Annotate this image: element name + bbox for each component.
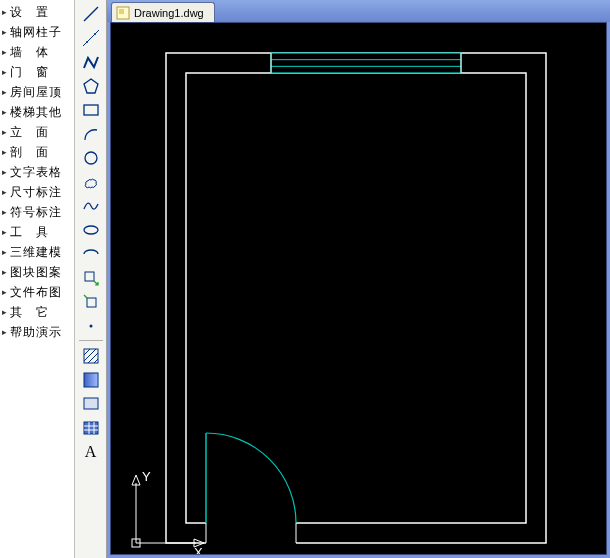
category-menu: ▸设 置 ▸轴网柱子 ▸墙 体 ▸门 窗 ▸房间屋顶 ▸楼梯其他 ▸立 面 ▸剖… (0, 0, 75, 558)
svg-line-1 (83, 30, 99, 46)
point-tool[interactable] (77, 314, 105, 337)
spline-tool[interactable] (77, 194, 105, 217)
menu-label: 墙 体 (10, 44, 49, 61)
menu-item-room-roof[interactable]: ▸房间屋顶 (0, 82, 74, 102)
table-tool[interactable] (77, 416, 105, 439)
menu-item-doors-windows[interactable]: ▸门 窗 (0, 62, 74, 82)
menu-label: 设 置 (10, 4, 49, 21)
svg-rect-16 (84, 373, 98, 387)
svg-point-2 (86, 41, 88, 43)
line-tool[interactable] (77, 2, 105, 25)
svg-point-6 (85, 152, 97, 164)
revision-cloud-tool[interactable] (77, 170, 105, 193)
dwg-file-icon (116, 6, 130, 20)
toolbar-separator (79, 340, 103, 341)
menu-label: 文件布图 (10, 284, 62, 301)
menu-item-stairs-other[interactable]: ▸楼梯其他 (0, 102, 74, 122)
floorplan-drawing: YX (111, 23, 607, 555)
svg-rect-32 (206, 522, 296, 544)
menu-label: 文字表格 (10, 164, 62, 181)
text-tool[interactable]: A (77, 440, 105, 463)
menu-label: 符号标注 (10, 204, 62, 221)
menu-item-axis-columns[interactable]: ▸轴网柱子 (0, 22, 74, 42)
svg-rect-27 (271, 53, 461, 73)
polyline-tool[interactable] (77, 50, 105, 73)
ellipse-tool[interactable] (77, 218, 105, 241)
menu-label: 其 它 (10, 304, 49, 321)
file-tab-drawing1[interactable]: Drawing1.dwg (111, 2, 215, 22)
menu-item-help[interactable]: ▸帮助演示 (0, 322, 74, 342)
document-tab-bar: Drawing1.dwg (107, 0, 610, 22)
menu-item-walls[interactable]: ▸墙 体 (0, 42, 74, 62)
svg-line-12 (84, 349, 90, 355)
svg-marker-4 (84, 79, 98, 93)
menu-label: 剖 面 (10, 144, 49, 161)
svg-line-15 (94, 359, 98, 363)
menu-item-elevation[interactable]: ▸立 面 (0, 122, 74, 142)
menu-item-section[interactable]: ▸剖 面 (0, 142, 74, 162)
menu-item-symbol[interactable]: ▸符号标注 (0, 202, 74, 222)
model-canvas[interactable]: YX (110, 22, 607, 555)
ellipse-arc-tool[interactable] (77, 242, 105, 265)
svg-line-14 (88, 353, 98, 363)
menu-label: 房间屋顶 (10, 84, 62, 101)
svg-line-13 (84, 349, 96, 361)
menu-item-settings[interactable]: ▸设 置 (0, 2, 74, 22)
menu-item-other[interactable]: ▸其 它 (0, 302, 74, 322)
svg-point-10 (89, 324, 92, 327)
arc-tool[interactable] (77, 122, 105, 145)
svg-line-0 (84, 7, 98, 21)
svg-text:Y: Y (142, 469, 151, 484)
region-tool[interactable] (77, 392, 105, 415)
svg-rect-18 (84, 422, 98, 434)
draw-toolbar: A (75, 0, 107, 558)
menu-item-tools[interactable]: ▸工 具 (0, 222, 74, 242)
svg-text:X: X (194, 545, 203, 555)
menu-item-block-pattern[interactable]: ▸图块图案 (0, 262, 74, 282)
make-block-tool[interactable] (77, 290, 105, 313)
construction-line-tool[interactable] (77, 26, 105, 49)
menu-item-text-table[interactable]: ▸文字表格 (0, 162, 74, 182)
file-tab-label: Drawing1.dwg (134, 7, 204, 19)
svg-point-7 (84, 226, 98, 234)
menu-item-file-layout[interactable]: ▸文件布图 (0, 282, 74, 302)
menu-item-3d-modeling[interactable]: ▸三维建模 (0, 242, 74, 262)
svg-rect-24 (119, 9, 124, 14)
menu-label: 图块图案 (10, 264, 62, 281)
svg-rect-5 (84, 105, 98, 115)
menu-label: 轴网柱子 (10, 24, 62, 41)
menu-label: 楼梯其他 (10, 104, 62, 121)
svg-rect-9 (87, 298, 96, 307)
menu-label: 尺寸标注 (10, 184, 62, 201)
insert-block-tool[interactable] (77, 266, 105, 289)
menu-item-dimension[interactable]: ▸尺寸标注 (0, 182, 74, 202)
svg-point-3 (94, 33, 96, 35)
menu-label: 立 面 (10, 124, 49, 141)
circle-tool[interactable] (77, 146, 105, 169)
polygon-tool[interactable] (77, 74, 105, 97)
menu-label: 工 具 (10, 224, 49, 241)
menu-label: 三维建模 (10, 244, 62, 261)
menu-label: 帮助演示 (10, 324, 62, 341)
svg-rect-8 (85, 272, 94, 281)
menu-label: 门 窗 (10, 64, 49, 81)
svg-rect-26 (186, 73, 526, 523)
gradient-tool[interactable] (77, 368, 105, 391)
drawing-area: Drawing1.dwg YX (107, 0, 610, 558)
rectangle-tool[interactable] (77, 98, 105, 121)
hatch-tool[interactable] (77, 344, 105, 367)
svg-rect-25 (166, 53, 546, 543)
svg-rect-17 (84, 398, 98, 409)
